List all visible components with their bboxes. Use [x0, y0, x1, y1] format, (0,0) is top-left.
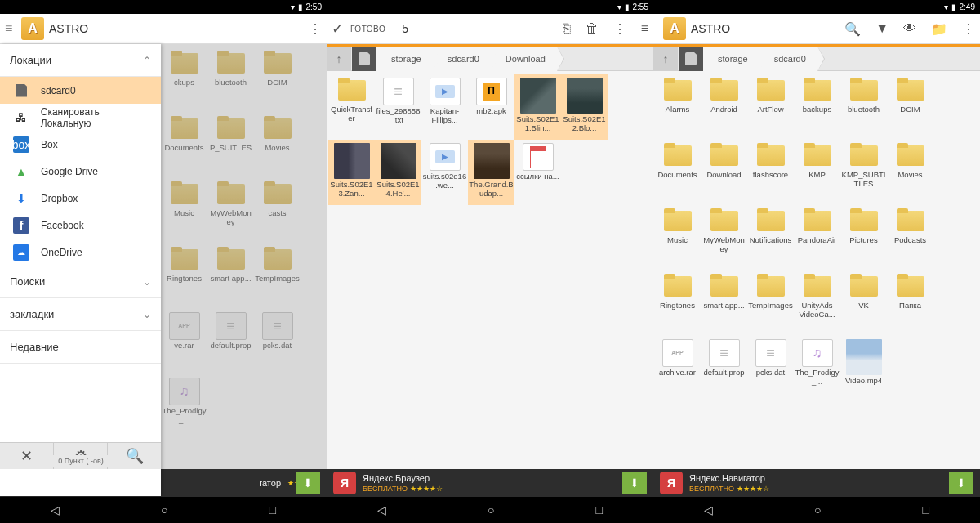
file-item[interactable]: UnityAds VideoCa...	[794, 270, 840, 336]
sidebar-bookmarks-header[interactable]: закладки ⌄	[0, 298, 161, 331]
file-item[interactable]: P_SUITLES	[207, 113, 254, 178]
home-button[interactable]: ○	[488, 503, 494, 516]
view-icon[interactable]: 👁	[903, 21, 916, 36]
file-item[interactable]: Documents	[161, 113, 207, 178]
file-item[interactable]: Movies	[254, 113, 301, 178]
file-item[interactable]: KMP_SUBTITLES	[840, 140, 887, 205]
file-item[interactable]: TempImages	[254, 244, 301, 309]
storage-icon[interactable]	[352, 47, 376, 71]
file-item[interactable]: flashscore	[747, 140, 794, 205]
tools-button[interactable]: ✕	[0, 443, 54, 469]
file-item[interactable]: MyWebMoney	[701, 205, 747, 270]
file-item[interactable]: Music	[161, 178, 207, 244]
breadcrumb[interactable]: sdcard0	[760, 47, 817, 71]
done-label[interactable]: ГОТОВО	[350, 25, 385, 34]
breadcrumb[interactable]: storage	[703, 47, 760, 71]
file-item[interactable]: files_298858.txt	[375, 74, 421, 140]
breadcrumb[interactable]: storage	[376, 47, 433, 71]
file-item[interactable]: The.Grand.Budap...	[468, 140, 514, 205]
back-button[interactable]: ◁	[377, 503, 386, 516]
file-item[interactable]: smart app...	[207, 244, 254, 309]
file-item[interactable]: PandoraAir	[794, 205, 840, 270]
ad-banner[interactable]: Яндекс.Навигатор БЕСПЛАТНО ★★★★☆ ⬇	[653, 469, 980, 497]
file-item[interactable]: ссылки на...	[514, 140, 561, 205]
check-icon[interactable]: ✓	[332, 20, 344, 38]
file-item[interactable]: DCIM	[254, 47, 301, 113]
file-item[interactable]: DCIM	[887, 74, 933, 140]
back-button[interactable]: ◁	[51, 503, 60, 516]
file-item[interactable]: suits.s02e16.we...	[421, 140, 468, 205]
search-icon[interactable]: 🔍	[844, 21, 861, 37]
file-item[interactable]: pcks.dat	[747, 336, 794, 401]
sidebar-item-sd[interactable]: sdcard0	[0, 77, 161, 104]
back-button[interactable]: ◁	[704, 503, 713, 516]
menu-icon[interactable]: ≡	[641, 21, 648, 36]
file-item[interactable]: Podcasts	[887, 205, 933, 270]
recent-button[interactable]: □	[596, 503, 603, 516]
file-item[interactable]: MyWebMoney	[207, 178, 254, 244]
storage-icon[interactable]	[679, 47, 703, 71]
search-button[interactable]: 🔍	[108, 443, 161, 469]
download-icon[interactable]: ⬇	[622, 472, 647, 494]
overflow-icon[interactable]: ⋮	[309, 21, 322, 37]
file-item[interactable]: Kapitan-Fillips...	[421, 74, 468, 140]
home-button[interactable]: ○	[161, 503, 167, 516]
file-item[interactable]: ve.rar	[161, 309, 207, 374]
menu-icon[interactable]: ≡	[5, 21, 16, 36]
file-item[interactable]: ckups	[161, 47, 207, 113]
overflow-icon[interactable]: ⋮	[962, 21, 975, 37]
file-item[interactable]: Alarms	[654, 74, 701, 140]
file-item[interactable]: Папка	[887, 270, 933, 336]
file-item[interactable]: archive.rar	[654, 336, 701, 401]
file-item[interactable]: ArtFlow	[747, 74, 794, 140]
sidebar-item-fb[interactable]: Facebook	[0, 212, 161, 239]
sidebar-item-gd[interactable]: Google Drive	[0, 158, 161, 185]
file-item[interactable]: VK	[840, 270, 887, 336]
new-folder-icon[interactable]: 📁	[931, 21, 947, 37]
file-item[interactable]: Android	[701, 74, 747, 140]
file-item[interactable]: pcks.dat	[254, 309, 301, 374]
file-item[interactable]: Notifications	[747, 205, 794, 270]
up-button[interactable]: ↑	[327, 47, 351, 71]
file-item[interactable]: Ringtones	[654, 270, 701, 336]
file-item[interactable]: Ringtones	[161, 244, 207, 309]
copy-icon[interactable]: ⎘	[563, 21, 571, 36]
overflow-icon[interactable]: ⋮	[613, 21, 626, 37]
file-item[interactable]: QuickTransfer	[328, 74, 375, 140]
sidebar-item-box[interactable]: Box	[0, 131, 161, 158]
sidebar-locations-header[interactable]: Локации ⌃	[0, 44, 161, 77]
file-item[interactable]: TempImages	[747, 270, 794, 336]
breadcrumb[interactable]: Download	[491, 47, 557, 71]
file-item[interactable]: Suits.S02E12.Blo...	[561, 74, 608, 140]
breadcrumb[interactable]: sdcard0	[433, 47, 491, 71]
download-icon[interactable]: ⬇	[949, 472, 973, 494]
file-item[interactable]: The_Prodigy_...	[794, 336, 840, 401]
file-item[interactable]: bluetooth	[207, 47, 254, 113]
ad-banner[interactable]: Яндекс.Браузер БЕСПЛАТНО ★★★★☆ ⬇	[327, 469, 653, 497]
file-item[interactable]: smart app...	[701, 270, 747, 336]
file-item[interactable]: Documents	[654, 140, 701, 205]
file-item[interactable]: backups	[794, 74, 840, 140]
recent-button[interactable]: □	[923, 503, 929, 516]
file-item[interactable]: default.prop	[701, 336, 747, 401]
filter-icon[interactable]: ▼	[875, 21, 889, 36]
sidebar-item-net[interactable]: Сканировать Локальную	[0, 104, 161, 131]
file-item[interactable]: Video.mp4	[840, 336, 887, 401]
file-item[interactable]: Pictures	[840, 205, 887, 270]
file-item[interactable]: Suits.S02E14.He'...	[375, 140, 421, 205]
sidebar-item-db[interactable]: Dropbox	[0, 185, 161, 212]
home-button[interactable]: ○	[814, 503, 821, 516]
sidebar-recent-header[interactable]: Недавние	[0, 331, 161, 364]
sidebar-search-header[interactable]: Поиски ⌄	[0, 266, 161, 298]
download-icon[interactable]: ⬇	[296, 472, 320, 494]
trash-icon[interactable]: 🗑	[586, 21, 599, 36]
file-item[interactable]: Music	[654, 205, 701, 270]
recent-button[interactable]: □	[270, 503, 276, 516]
file-item[interactable]: default.prop	[207, 309, 254, 374]
sidebar-item-od[interactable]: OneDrive	[0, 239, 161, 266]
file-item[interactable]: casts	[254, 178, 301, 244]
file-item[interactable]: bluetooth	[840, 74, 887, 140]
file-item[interactable]: KMP	[794, 140, 840, 205]
file-item[interactable]: Suits.S02E13.Zan...	[328, 140, 375, 205]
file-item[interactable]: Download	[701, 140, 747, 205]
